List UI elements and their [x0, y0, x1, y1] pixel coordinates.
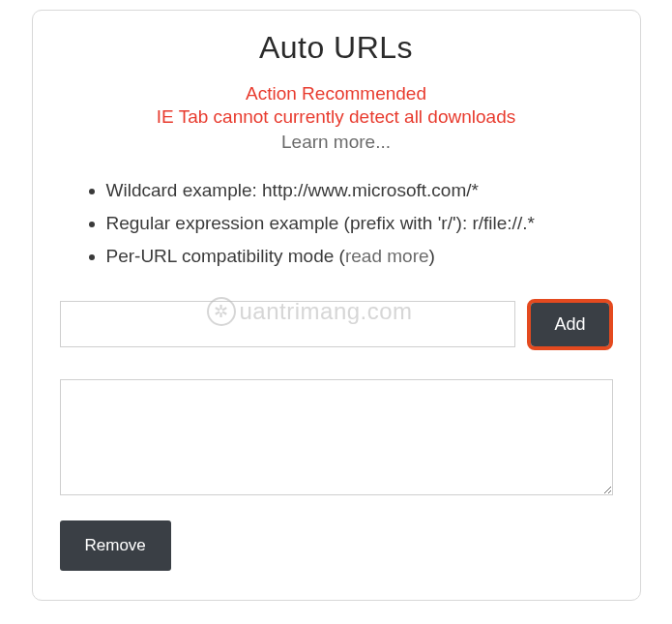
read-more-link[interactable]: read more: [345, 246, 429, 266]
url-list-textarea[interactable]: [60, 379, 613, 495]
warning-heading: Action Recommended: [60, 83, 613, 104]
page-title: Auto URLs: [60, 30, 613, 66]
examples-list: Wildcard example: http://www.microsoft.c…: [60, 174, 613, 274]
auto-urls-panel: Auto URLs Action Recommended IE Tab cann…: [32, 10, 641, 601]
url-input[interactable]: [60, 301, 516, 347]
list-item: Per-URL compatibility mode (read more): [106, 240, 613, 273]
learn-more-link[interactable]: Learn more...: [60, 132, 613, 153]
list-item-text: ): [429, 246, 435, 266]
list-item: Wildcard example: http://www.microsoft.c…: [106, 174, 613, 207]
list-item: Regular expression example (prefix with …: [106, 207, 613, 240]
add-button-highlight: Add: [527, 299, 612, 350]
list-item-text: Per-URL compatibility mode (: [106, 246, 345, 266]
warning-detail: IE Tab cannot currently detect all downl…: [60, 106, 613, 128]
add-button[interactable]: Add: [531, 303, 608, 346]
url-input-row: Add: [60, 299, 613, 350]
remove-button[interactable]: Remove: [60, 520, 171, 571]
